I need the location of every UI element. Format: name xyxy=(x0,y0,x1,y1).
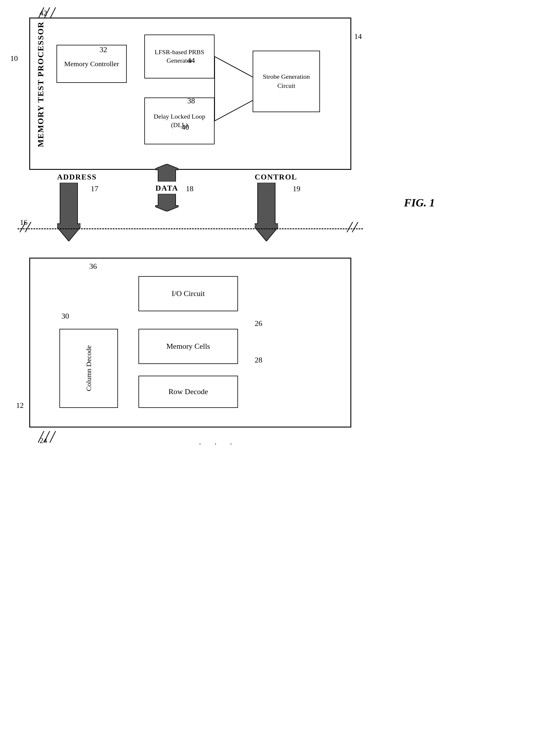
control-label: CONTROL xyxy=(255,173,297,182)
svg-line-14 xyxy=(38,431,44,443)
svg-marker-8 xyxy=(155,194,179,211)
svg-marker-9 xyxy=(255,183,278,241)
processor-internal-wiring xyxy=(30,18,352,171)
ref-14: 14 xyxy=(354,32,362,41)
chip-box: I/O Circuit Memory Cells Row Decode Colu… xyxy=(29,258,351,428)
ref-17: 17 xyxy=(91,184,98,193)
data-label: DATA xyxy=(155,184,179,193)
svg-line-4 xyxy=(215,100,253,121)
svg-line-2 xyxy=(50,7,56,19)
ref-10: 10 xyxy=(10,54,18,63)
data-arrow-down xyxy=(155,194,179,211)
ref-28: 28 xyxy=(255,356,262,365)
svg-line-16 xyxy=(50,431,56,443)
figure-label: FIG. 1 xyxy=(404,196,435,209)
svg-line-12 xyxy=(347,222,353,232)
svg-line-15 xyxy=(44,431,50,443)
memory-cells-block: Memory Cells xyxy=(138,329,238,364)
memory-cells-label: Memory Cells xyxy=(166,342,210,351)
address-label: ADDRESS xyxy=(57,173,97,182)
column-decode-block: Column Decode xyxy=(59,329,118,408)
svg-line-3 xyxy=(215,57,253,77)
io-circuit-label: I/O Circuit xyxy=(172,289,205,298)
ref-32: 32 xyxy=(100,45,107,54)
column-decode-label: Column Decode xyxy=(85,346,93,391)
ref-40: 40 xyxy=(181,123,189,132)
ref-18: 18 xyxy=(186,184,193,193)
slash-right xyxy=(344,220,362,235)
ref-19: 19 xyxy=(293,184,300,193)
io-circuit-block: I/O Circuit xyxy=(138,276,238,311)
ref-12: 12 xyxy=(16,401,24,410)
ref-44: 44 xyxy=(187,56,195,65)
row-decode-block: Row Decode xyxy=(138,376,238,408)
svg-marker-6 xyxy=(57,183,81,241)
svg-marker-7 xyxy=(155,164,179,182)
bottom-tick-left xyxy=(38,431,61,446)
data-bus-group: DATA xyxy=(155,164,179,213)
ref-30: 30 xyxy=(61,312,69,321)
ref-16: 16 xyxy=(20,218,28,227)
control-bus-group: CONTROL xyxy=(255,173,297,242)
ref-42: 42 xyxy=(40,9,47,18)
ref-26: 26 xyxy=(255,319,262,328)
address-bus-group: ADDRESS xyxy=(57,173,97,242)
dots-bottom: · · · xyxy=(199,440,238,449)
ref-38: 38 xyxy=(187,97,195,105)
page: FIG. 1 · · · MEMORY TEST PROCESSOR Memor… xyxy=(0,0,560,737)
row-decode-label: Row Decode xyxy=(168,387,208,396)
address-arrow xyxy=(57,183,81,241)
processor-box: MEMORY TEST PROCESSOR Memory Controller … xyxy=(29,18,351,170)
data-arrow-up xyxy=(155,164,179,182)
ref-36: 36 xyxy=(89,262,97,271)
svg-line-13 xyxy=(352,222,358,232)
control-arrow xyxy=(255,183,278,241)
dashed-bus-line xyxy=(18,228,363,229)
